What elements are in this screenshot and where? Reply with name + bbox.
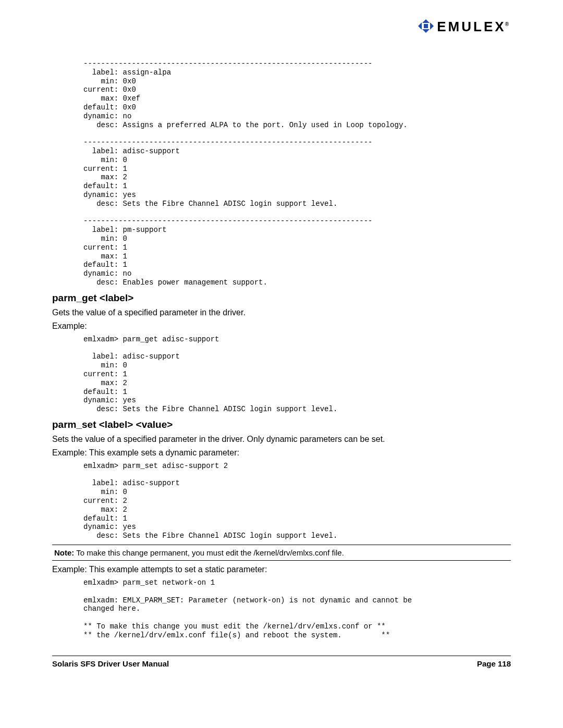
content: ----------------------------------------… [52,19,511,668]
code-block-parm-set-static: emlxadm> parm_set network-on 1 emlxadm: … [83,578,511,640]
page-footer: Solaris SFS Driver User Manual Page 118 [52,656,511,668]
note-text: To make this change permanent, you must … [74,548,344,557]
svg-marker-1 [430,22,434,30]
brand-logo: EMULEX® [418,19,511,35]
parm-set-description: Sets the value of a specified parameter … [52,435,511,444]
code-block-parm-get: emlxadm> parm_get adisc-support label: a… [83,335,511,414]
svg-marker-3 [422,29,430,33]
page: EMULEX® --------------------------------… [0,0,563,728]
example-label: Example: This example sets a dynamic par… [52,448,511,458]
code-block-params-list: ----------------------------------------… [83,59,511,287]
section-heading-parm-get: parm_get <label> [52,292,511,304]
brand-name: EMULEX® [437,19,511,35]
svg-marker-2 [422,19,430,23]
footer-doc-title: Solaris SFS Driver User Manual [52,659,169,668]
code-block-parm-set-dynamic: emlxadm> parm_set adisc-support 2 label:… [83,462,511,540]
example-label: Example: This example attempts to set a … [52,565,511,574]
example-label: Example: [52,322,511,331]
footer-page-number: Page 118 [477,659,511,668]
note-box: Note: To make this change permanent, you… [52,545,511,561]
svg-marker-0 [418,22,422,30]
section-heading-parm-set: parm_set <label> <value> [52,419,511,430]
parm-get-description: Gets the value of a specified parameter … [52,308,511,317]
note-lead: Note: [54,548,74,557]
logo-icon [418,19,434,35]
svg-rect-4 [424,24,428,28]
